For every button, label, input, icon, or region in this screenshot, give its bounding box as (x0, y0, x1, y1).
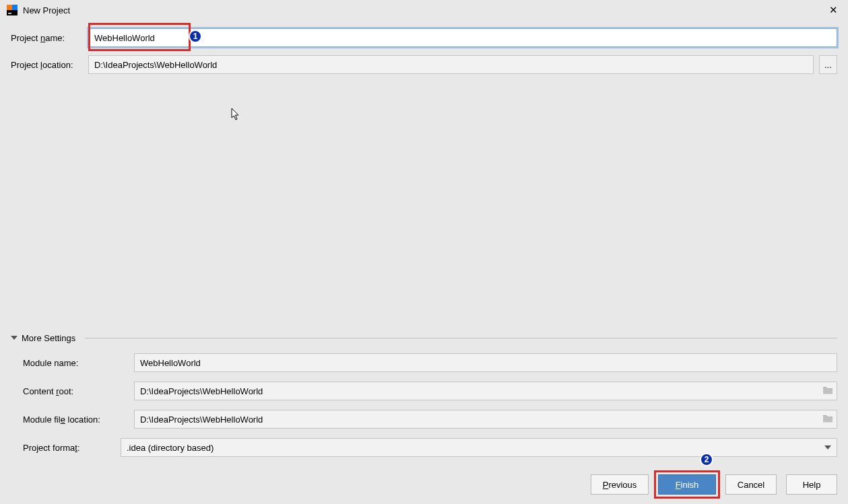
window-title: New Project (23, 5, 70, 15)
folder-icon[interactable] (822, 386, 833, 397)
module-name-row: Module name: (23, 353, 837, 372)
project-format-select[interactable]: .idea (directory based) (121, 438, 837, 457)
more-settings-body: Module name: Content root: Mod (11, 347, 837, 457)
module-file-location-label: Module file location: (23, 415, 134, 425)
project-location-label: Project location: (11, 60, 88, 70)
button-bar: Previous Finish 2 Cancel Help (591, 474, 837, 495)
folder-icon[interactable] (822, 414, 833, 425)
browse-location-button[interactable]: ... (819, 55, 837, 74)
module-name-label: Module name: (23, 358, 134, 368)
form-area: Project name: 1 Project location: ... (0, 20, 848, 74)
separator (85, 338, 837, 338)
project-format-row: Project format: .idea (directory based) (23, 438, 837, 457)
help-button[interactable]: Help (786, 474, 837, 495)
titlebar: New Project ✕ (0, 0, 848, 20)
intellij-icon (7, 5, 18, 15)
project-format-value: .idea (directory based) (127, 443, 214, 453)
expand-collapse-icon (11, 336, 18, 340)
close-icon: ✕ (829, 4, 838, 16)
content-root-row: Content root: (23, 382, 837, 400)
svg-rect-2 (12, 5, 18, 10)
project-name-row: Project name: 1 (11, 28, 837, 47)
more-settings-label: More Settings (22, 333, 75, 343)
project-format-label: Project format: (23, 443, 121, 453)
project-location-input[interactable] (88, 55, 814, 74)
project-location-row: Project location: ... (11, 55, 837, 74)
new-project-dialog: New Project ✕ Project name: 1 Project lo… (0, 0, 848, 504)
content-root-label: Content root: (23, 386, 134, 396)
module-name-input[interactable] (134, 353, 837, 372)
finish-button[interactable]: Finish (658, 474, 716, 495)
annotation-marker-1: 1 (189, 30, 202, 43)
mouse-cursor-icon (231, 108, 242, 121)
annotation-marker-2: 2 (700, 453, 713, 466)
more-settings-header[interactable]: More Settings (11, 329, 837, 347)
chevron-down-icon (824, 445, 831, 449)
cancel-button[interactable]: Cancel (725, 474, 777, 495)
more-settings-section: More Settings Module name: Content root: (0, 329, 848, 462)
content-root-input[interactable] (134, 382, 837, 400)
svg-rect-3 (8, 13, 11, 14)
module-file-location-input[interactable] (134, 410, 837, 429)
svg-rect-1 (7, 5, 12, 10)
ellipsis-icon: ... (824, 60, 832, 70)
project-name-label: Project name: (11, 33, 88, 43)
module-file-location-row: Module file location: (23, 410, 837, 429)
previous-button[interactable]: Previous (591, 474, 649, 495)
close-button[interactable]: ✕ (824, 1, 843, 20)
